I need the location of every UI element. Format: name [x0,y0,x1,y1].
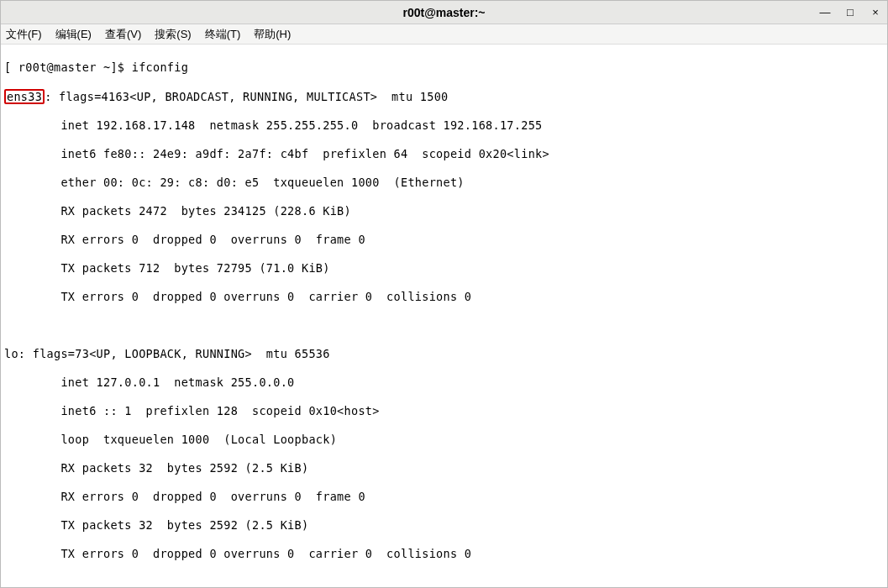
close-button[interactable]: × [869,6,882,18]
output-line: RX packets 2472 bytes 234125 (228.6 KiB) [4,204,884,218]
output-line: RX errors 0 dropped 0 overruns 0 frame 0 [4,233,884,247]
blank-line [4,318,884,333]
prompt: [ r00t@master ~]$ [4,60,124,74]
menu-search[interactable]: 搜索(S) [155,27,191,42]
window-controls: — □ × [818,1,882,24]
output-line: TX packets 712 bytes 72795 (71.0 KiB) [4,261,884,276]
output-line: inet6 :: 1 prefixlen 128 scopeid 0x10<ho… [4,404,884,418]
menu-help[interactable]: 帮助(H) [254,27,291,42]
blank-line [4,575,884,588]
window-titlebar: r00t@master:~ — □ × [1,1,887,24]
menu-view[interactable]: 查看(V) [105,27,141,42]
terminal-area[interactable]: [ r00t@master ~]$ ifconfig ens33: flags=… [1,45,887,588]
output-line: ether 00: 0c: 29: c8: d0: e5 txqueuelen … [4,176,884,190]
command-text: ifconfig [124,60,188,74]
output-line: RX errors 0 dropped 0 overruns 0 frame 0 [4,490,884,504]
menu-file[interactable]: 文件(F) [6,27,42,42]
minimize-button[interactable]: — [818,6,832,18]
output-line: inet 192.168.17.148 netmask 255.255.255.… [4,118,884,133]
menubar: 文件(F) 编辑(E) 查看(V) 搜索(S) 终端(T) 帮助(H) [1,24,887,45]
highlight-ens33: ens33 [4,89,45,104]
menu-edit[interactable]: 编辑(E) [55,27,92,42]
window-title: r00t@master:~ [402,6,485,19]
maximize-button[interactable]: □ [843,6,857,18]
output-line: lo: flags=73<UP, LOOPBACK, RUNNING> mtu … [4,347,884,361]
output-line: loop txqueuelen 1000 (Local Loopback) [4,433,884,447]
prompt-line: [ r00t@master ~]$ ifconfig [4,60,884,75]
output-line: RX packets 32 bytes 2592 (2.5 KiB) [4,461,884,475]
output-line: TX errors 0 dropped 0 overruns 0 carrier… [4,547,884,561]
menu-terminal[interactable]: 终端(T) [205,27,241,42]
output-line: ens33: flags=4163<UP, BROADCAST, RUNNING… [4,89,884,104]
output-line: TX packets 32 bytes 2592 (2.5 KiB) [4,518,884,533]
output-line: inet6 fe80:: 24e9: a9df: 2a7f: c4bf pref… [4,147,884,161]
output-line: TX errors 0 dropped 0 overruns 0 carrier… [4,290,884,304]
output-line: inet 127.0.0.1 netmask 255.0.0.0 [4,375,884,390]
